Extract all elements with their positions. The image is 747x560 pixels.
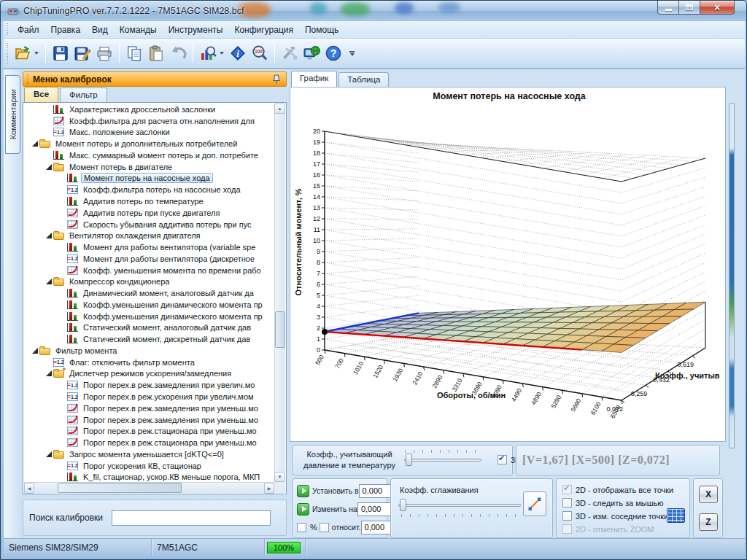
maximize-button[interactable] [679, 1, 700, 15]
copy-button[interactable] [123, 42, 145, 64]
edit-curve-button[interactable] [523, 491, 546, 516]
open-file-button[interactable] [12, 42, 34, 64]
tree-item[interactable]: Порог перех.в реж.замедления при увелич.… [24, 379, 274, 391]
close-button[interactable]: × [700, 1, 735, 15]
minimize-button[interactable] [657, 1, 679, 15]
tree-item[interactable]: Макс. суммарный момент потерь и доп. пот… [24, 149, 274, 161]
show-all-points-checkbox[interactable] [562, 485, 572, 494]
tree-item[interactable]: Коэфф.фильтра для расчета отн.наполнения… [24, 115, 274, 127]
tree-item[interactable]: Аддитив потерь при пуске двигателя [24, 207, 274, 219]
zoom-100-button[interactable]: 100 [249, 42, 271, 64]
tree-item[interactable]: Коэфф.уменьшения динамического момента п… [24, 299, 274, 311]
expander-icon[interactable] [45, 232, 53, 239]
vertical-scroll-thumb[interactable] [275, 311, 285, 348]
expander-icon[interactable] [31, 347, 39, 354]
tools-button[interactable] [279, 42, 301, 64]
toolbar-overflow-button[interactable] [349, 51, 355, 56]
tab-all[interactable]: Все [24, 87, 58, 102]
search-input[interactable] [112, 510, 271, 526]
open-file-dropdown[interactable] [34, 52, 39, 55]
apply-set-button[interactable] [297, 485, 309, 497]
tree-item[interactable]: Компрессор кондиционера [24, 276, 274, 287]
scroll-right-button[interactable]: ▶ [264, 483, 274, 494]
chart-scrollbar[interactable] [729, 103, 735, 448]
change-value[interactable]: 0,000 [358, 503, 392, 516]
3d-checkbox[interactable] [498, 455, 507, 464]
tree-item[interactable]: Порог перех.в реж.стационара при уменьш.… [24, 437, 274, 448]
tree-item[interactable]: Порог перех.в реж.замедления при уменьш.… [24, 402, 274, 414]
tab-table[interactable]: Таблица [338, 72, 389, 87]
tree-item[interactable]: K_fil, стационар, ускор.КВ меньше порога… [24, 472, 274, 483]
tab-filter[interactable]: Фильтр [60, 88, 107, 102]
tree-item[interactable]: Момент потерь на насосные хода [24, 173, 274, 184]
pin-icon[interactable] [272, 74, 281, 84]
relative-checkbox[interactable] [320, 523, 329, 532]
expander-icon[interactable] [31, 140, 39, 147]
tree-item[interactable]: Коэфф.фильтра потерь на насосные хода [24, 184, 274, 195]
tree-item[interactable]: Коэфф. уменьшения момента по времени раб… [24, 265, 274, 276]
chart-view-dropdown[interactable] [220, 52, 224, 55]
tree-item[interactable]: Макс. положение заслонки [24, 127, 274, 139]
menu-item-file[interactable]: Файл [12, 23, 45, 37]
menu-item-edit[interactable]: Правка [45, 23, 87, 37]
tree-item[interactable]: Характеристика дроссельной заслонки [24, 104, 274, 115]
calibration-panel-header[interactable]: Меню калибровок [23, 71, 287, 87]
info-button[interactable]: i [227, 42, 249, 64]
menu-item-help[interactable]: Помощь [299, 23, 344, 37]
expander-icon[interactable] [45, 163, 53, 171]
expander-icon[interactable] [45, 451, 53, 458]
tree-item[interactable]: Момент для работы вентилятора (дискретно… [24, 253, 274, 265]
tree-item[interactable]: Запрос момента уменьшается [dKTQ<=0] [24, 448, 274, 460]
tree-item[interactable]: Динамический момент, аналоговый датчик д… [24, 287, 274, 299]
menu-item-configuration[interactable]: Конфигурация [228, 23, 299, 37]
title-bar[interactable]: ChipTuningPRO ver.7.7.2.1222 - 7M51AGC S… [1, 1, 746, 21]
tree-item[interactable]: Порог перех.в реж.ускорения при увелич.м… [24, 391, 274, 402]
tree-item[interactable]: Аддитив потерь по температуре [24, 195, 274, 207]
tree-item[interactable]: Статический момент, дискретный датчик да… [24, 333, 274, 345]
horizontal-scroll-thumb[interactable] [58, 483, 182, 493]
chart-view-button[interactable] [197, 42, 219, 64]
follow-mouse-checkbox[interactable] [562, 498, 572, 508]
print-button[interactable] [93, 42, 115, 64]
tab-chart[interactable]: График [291, 71, 337, 87]
pressure-slider[interactable] [404, 454, 481, 467]
menu-item-instruments[interactable]: Инструменты [163, 23, 229, 37]
tree-item[interactable]: Порог перех.в реж.замедления при уменьш.… [24, 414, 274, 426]
save-as-button[interactable] [71, 42, 93, 64]
web-update-button[interactable] [301, 42, 322, 64]
menu-item-commands[interactable]: Команды [114, 23, 163, 37]
tree-item[interactable]: Вентилятор охлаждения двигателя [24, 230, 274, 241]
tree-vertical-scrollbar[interactable]: ▲ ▼ [274, 104, 285, 482]
edit-adjacent-points-checkbox[interactable] [562, 511, 572, 521]
help-button[interactable]: ? [322, 42, 344, 64]
save-button[interactable] [50, 42, 71, 64]
scroll-left-button[interactable]: ◀ [24, 483, 34, 494]
paste-button[interactable] [145, 42, 167, 64]
undo-button[interactable] [167, 42, 189, 64]
set-value[interactable]: 0,000 [360, 485, 394, 497]
tree-item[interactable]: Момент для работы вентилятора (variable … [24, 241, 274, 253]
tree-item[interactable]: Порог перех.в реж.стационара при уменьш.… [24, 425, 274, 437]
tree-item[interactable]: Момент потерь в двигателе [24, 161, 274, 173]
cancel-zoom-checkbox[interactable] [562, 524, 572, 534]
menu-item-view[interactable]: Вид [86, 23, 114, 37]
expander-icon[interactable] [45, 278, 53, 285]
smoothing-slider-track[interactable] [398, 504, 521, 507]
surface-chart[interactable]: 0123456789101112131415161718192050070010… [290, 88, 725, 441]
scroll-up-button[interactable]: ▲ [274, 104, 285, 114]
z-axis-button[interactable]: Z [699, 513, 718, 531]
tree-item[interactable]: Фильтр момента [24, 345, 274, 357]
tree-item[interactable]: Диспетчер режимов ускорения/замедления [24, 368, 274, 380]
smoothing-slider[interactable] [398, 499, 521, 512]
tree-item[interactable]: Коэфф.уменьшения динамического момента п… [24, 311, 274, 322]
tree-item[interactable]: Флаг: отключить фильтр момента [24, 357, 274, 368]
pressure-slider-thumb[interactable] [406, 454, 412, 466]
grid-icon-button[interactable] [667, 508, 685, 523]
x-axis-button[interactable]: X [699, 486, 718, 503]
scroll-down-button[interactable]: ▼ [274, 472, 285, 482]
tree-item[interactable]: Момент потерь и дополнительных потребите… [24, 138, 274, 149]
smoothing-slider-thumb[interactable] [400, 499, 406, 511]
tree-horizontal-scrollbar[interactable]: ◀ ▶ [24, 482, 274, 493]
comments-vertical-tab[interactable]: Комментарии [5, 75, 20, 154]
tree-item[interactable]: Порог ускорения КВ, стационар [24, 460, 274, 472]
